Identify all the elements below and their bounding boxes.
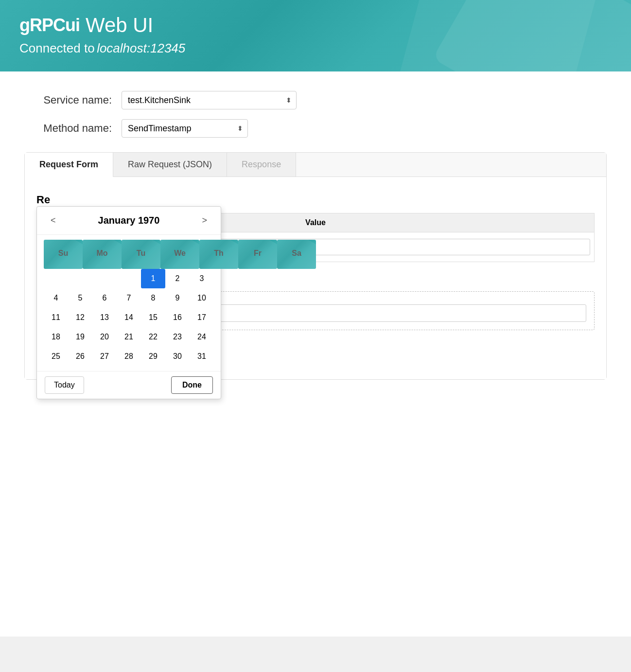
tabs-container: Request Form Raw Request (JSON) Response… [24, 152, 607, 380]
calendar-days-header: Su Mo Tu We Th Fr Sa [44, 240, 214, 269]
app-header: gRPCui Web UI Connected to localhost:123… [0, 0, 631, 71]
service-name-select[interactable]: test.KitchenSink [122, 91, 297, 109]
cal-day-14[interactable]: 14 [117, 308, 141, 327]
cal-header-su: Su [44, 240, 83, 269]
tab-raw-request[interactable]: Raw Request (JSON) [113, 153, 227, 177]
cal-day-11[interactable]: 11 [44, 308, 68, 327]
tabs-header: Request Form Raw Request (JSON) Response [25, 153, 606, 177]
tabs-body: < January 1970 > Su Mo Tu We Th Fr Sa [25, 177, 606, 379]
calendar-week-5: 25 26 27 28 29 30 31 [44, 347, 214, 366]
cal-day-6[interactable]: 6 [92, 288, 117, 308]
cal-header-fr: Fr [238, 240, 277, 269]
app-name: Web UI [86, 14, 153, 37]
tab-response: Response [227, 153, 296, 177]
cal-day-empty-2 [68, 269, 92, 288]
cal-header-th: Th [199, 240, 238, 269]
calendar-grid: Su Mo Tu We Th Fr Sa 1 [37, 235, 221, 371]
cal-day-18[interactable]: 18 [44, 327, 68, 347]
calendar-next-btn[interactable]: > [197, 213, 212, 228]
cal-day-3[interactable]: 3 [190, 269, 214, 288]
cal-day-7[interactable]: 7 [117, 288, 141, 308]
calendar-today-btn[interactable]: Today [45, 376, 84, 394]
calendar-week-2: 4 5 6 7 8 9 10 [44, 288, 214, 308]
cal-header-we: We [160, 240, 199, 269]
calendar-week-4: 18 19 20 21 22 23 24 [44, 327, 214, 347]
cal-day-empty-4 [117, 269, 141, 288]
cal-day-30[interactable]: 30 [165, 347, 190, 366]
cal-day-12[interactable]: 12 [68, 308, 92, 327]
cal-header-sa: Sa [277, 240, 316, 269]
service-select-wrapper: test.KitchenSink [122, 91, 297, 109]
cal-day-19[interactable]: 19 [68, 327, 92, 347]
calendar-done-btn[interactable]: Done [171, 376, 213, 394]
cal-header-mo: Mo [83, 240, 122, 269]
cal-day-23[interactable]: 23 [165, 327, 190, 347]
cal-header-tu: Tu [122, 240, 160, 269]
calendar-footer: Today Done [37, 371, 221, 399]
cal-day-10[interactable]: 10 [190, 288, 214, 308]
cal-day-22[interactable]: 22 [141, 327, 165, 347]
service-name-label: Service name: [24, 94, 112, 106]
cal-day-31[interactable]: 31 [190, 347, 214, 366]
cal-day-1[interactable]: 1 [141, 269, 165, 288]
cal-day-4[interactable]: 4 [44, 288, 68, 308]
cal-day-20[interactable]: 20 [92, 327, 117, 347]
cal-day-17[interactable]: 17 [190, 308, 214, 327]
cal-day-21[interactable]: 21 [117, 327, 141, 347]
cal-day-25[interactable]: 25 [44, 347, 68, 366]
request-section-title: Re [36, 194, 595, 206]
connection-info: Connected to localhost:12345 [19, 41, 612, 56]
method-name-select[interactable]: SendTimestamp [122, 119, 248, 138]
calendar-week-1: 1 2 3 [44, 269, 214, 288]
method-name-label: Method name: [24, 122, 112, 135]
calendar-prev-btn[interactable]: < [46, 213, 61, 228]
method-name-row: Method name: SendTimestamp [24, 119, 607, 138]
cal-day-28[interactable]: 28 [117, 347, 141, 366]
cal-day-26[interactable]: 26 [68, 347, 92, 366]
header-title: gRPCui Web UI [19, 14, 612, 37]
cal-day-27[interactable]: 27 [92, 347, 117, 366]
cal-day-8[interactable]: 8 [141, 288, 165, 308]
cal-day-24[interactable]: 24 [190, 327, 214, 347]
connection-url: localhost:12345 [97, 41, 185, 55]
calendar-popup: < January 1970 > Su Mo Tu We Th Fr Sa [36, 206, 221, 399]
cal-day-empty-3 [92, 269, 117, 288]
cal-day-empty-1 [44, 269, 68, 288]
connection-label: Connected to [19, 41, 95, 55]
method-select-wrapper: SendTimestamp [122, 119, 248, 138]
tab-request-form[interactable]: Request Form [25, 153, 113, 177]
cal-day-15[interactable]: 15 [141, 308, 165, 327]
calendar-month-year: January 1970 [98, 215, 160, 226]
cal-day-5[interactable]: 5 [68, 288, 92, 308]
cal-day-13[interactable]: 13 [92, 308, 117, 327]
main-content: Service name: test.KitchenSink Method na… [0, 71, 631, 637]
cal-day-16[interactable]: 16 [165, 308, 190, 327]
grpc-logo: gRPCui [19, 15, 80, 35]
calendar-week-3: 11 12 13 14 15 16 17 [44, 308, 214, 327]
cal-day-29[interactable]: 29 [141, 347, 165, 366]
calendar-header: < January 1970 > [37, 207, 221, 235]
service-name-row: Service name: test.KitchenSink [24, 91, 607, 109]
cal-day-9[interactable]: 9 [165, 288, 190, 308]
cal-day-2[interactable]: 2 [165, 269, 190, 288]
